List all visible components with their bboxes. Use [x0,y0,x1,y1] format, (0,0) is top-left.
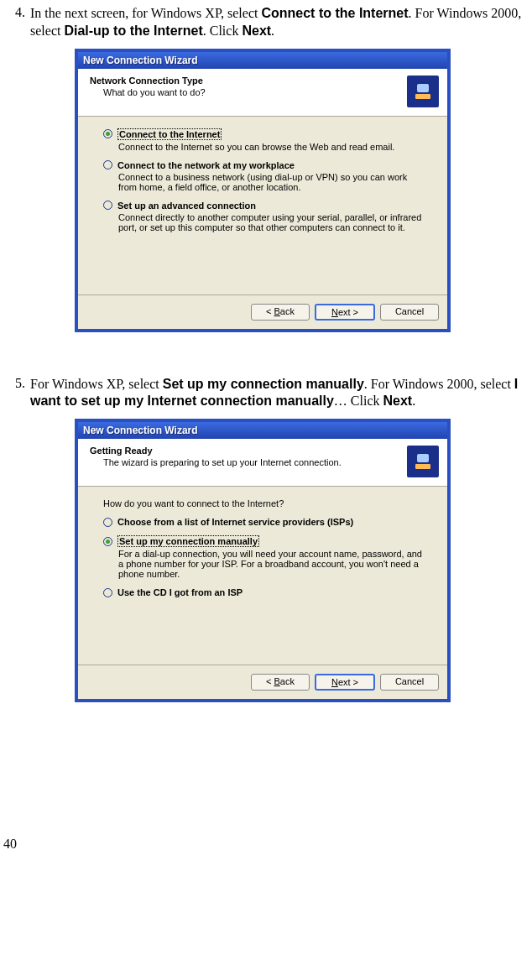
option-use-cd[interactable]: Use the CD I got from an ISP [103,587,422,597]
text-bold: Set up my connection manually [163,377,364,391]
radio-icon [103,537,112,546]
text-bold: Next [383,394,413,408]
text: . Click [203,23,243,38]
wizard-2-buttonbar: < Back Next > Cancel [78,665,447,699]
option-label: Set up my connection manually [117,535,259,547]
back-button[interactable]: < Back [251,304,310,321]
wizard-2-titlebar: New Connection Wizard [78,422,447,439]
wizard-2-header: Getting Ready The wizard is preparing to… [78,439,447,487]
svg-rect-0 [417,84,429,92]
wizard-2: New Connection Wizard Getting Ready The … [75,419,451,702]
option-advanced-connection[interactable]: Set up an advanced connection Connect di… [103,201,422,232]
wizard-1-buttonbar: < Back Next > Cancel [78,295,447,329]
back-button[interactable]: < Back [251,674,310,691]
radio-icon [103,129,112,138]
next-button[interactable]: Next > [315,304,375,321]
wizard-icon [407,76,439,107]
option-label: Connect to the network at my workplace [117,160,295,170]
wizard-2-content: How do you want to connect to the Intern… [78,487,447,665]
text: . For Windows 2000, select [364,377,514,391]
option-label: Use the CD I got from an ISP [117,587,243,597]
wizard-2-header-sub: The wizard is preparing to set up your I… [90,457,407,467]
next-button[interactable]: Next > [315,674,375,691]
svg-rect-2 [417,454,429,462]
option-label: Connect to the Internet [117,128,222,140]
radio-icon [103,588,112,597]
wizard-1: New Connection Wizard Network Connection… [75,49,451,332]
option-label: Set up an advanced connection [117,201,256,211]
radio-icon [103,201,112,210]
wizard-1-header-sub: What do you want to do? [90,87,407,97]
option-desc: For a dial-up connection, you will need … [118,549,422,579]
radio-icon [103,518,112,527]
step-5: 5. For Windows XP, select Set up my conn… [0,376,525,411]
wizard-2-question: How do you want to connect to the Intern… [103,498,422,508]
wizard-1-header-title: Network Connection Type [90,76,407,86]
wizard-icon [407,446,439,477]
svg-rect-3 [415,464,430,469]
text-bold: Next [242,23,271,38]
wizard-2-container: New Connection Wizard Getting Ready The … [0,419,525,702]
option-desc: Connect to a business network (using dia… [118,172,422,192]
wizard-1-container: New Connection Wizard Network Connection… [0,49,525,332]
text-bold: Connect to the Internet [261,6,408,20]
svg-rect-1 [415,94,430,99]
wizard-1-titlebar: New Connection Wizard [78,52,447,69]
step-4: 4. In the next screen, for Windows XP, s… [0,5,525,40]
option-connect-internet[interactable]: Connect to the Internet Connect to the I… [103,128,422,152]
option-desc: Connect directly to another computer usi… [118,212,422,232]
wizard-2-header-title: Getting Ready [90,446,407,456]
option-choose-isp-list[interactable]: Choose from a list of Internet service p… [103,517,422,527]
page-number: 40 [0,837,525,852]
step-5-body: For Windows XP, select Set up my connect… [30,376,525,411]
option-connect-workplace[interactable]: Connect to the network at my workplace C… [103,160,422,192]
wizard-1-header: Network Connection Type What do you want… [78,69,447,117]
text: … Click [334,394,383,408]
option-set-up-manually[interactable]: Set up my connection manually For a dial… [103,535,422,579]
step-4-body: In the next screen, for Windows XP, sele… [30,5,525,40]
text: . [412,394,415,408]
text: In the next screen, for Windows XP, sele… [30,6,261,20]
text-bold: Dial-up to the Internet [64,23,202,38]
step-5-number: 5. [0,376,30,411]
radio-icon [103,160,112,169]
text: . [271,23,274,38]
wizard-1-content: Connect to the Internet Connect to the I… [78,117,447,295]
text: For Windows XP, select [30,377,163,391]
option-desc: Connect to the Internet so you can brows… [118,142,422,152]
step-4-number: 4. [0,5,30,40]
option-label: Choose from a list of Internet service p… [117,517,353,527]
cancel-button[interactable]: Cancel [380,304,439,321]
cancel-button[interactable]: Cancel [380,674,439,691]
